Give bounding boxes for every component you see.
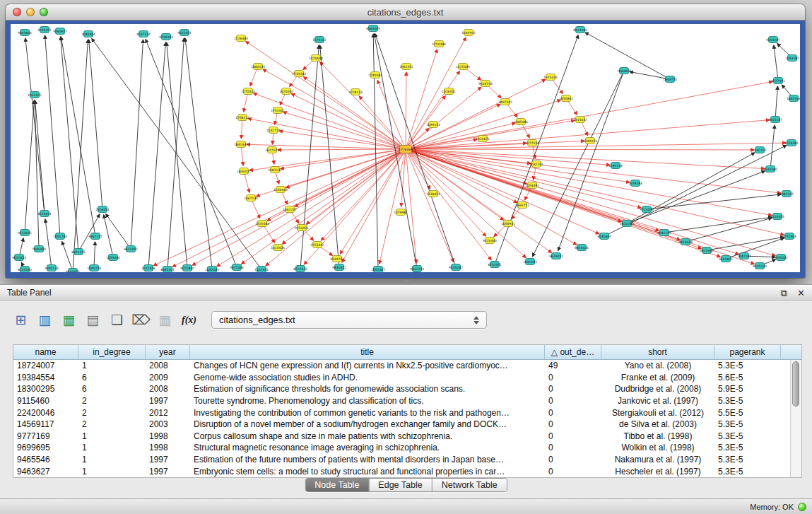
graph-edge[interactable] bbox=[664, 217, 772, 233]
graph-edge[interactable] bbox=[406, 71, 459, 149]
table-row[interactable]: 1938455462009Genome-wide association stu… bbox=[13, 372, 801, 384]
graph-node-label: 1573322 bbox=[312, 38, 326, 42]
graph-edge[interactable] bbox=[94, 242, 95, 268]
graph-edge[interactable] bbox=[340, 149, 406, 254]
column-header-out-de[interactable]: △ out_de… bbox=[545, 345, 601, 359]
graph-edge[interactable] bbox=[770, 125, 775, 169]
delete-table-icon[interactable]: ⌦ bbox=[131, 310, 151, 329]
graph-edge[interactable] bbox=[774, 45, 778, 81]
graph-edge[interactable] bbox=[775, 86, 777, 119]
graph-edge[interactable] bbox=[304, 77, 406, 149]
graph-node-label: 1099133 bbox=[426, 123, 440, 127]
show-columns-icon[interactable]: ▥ bbox=[35, 310, 54, 329]
table-cell: Investigating the contribution of common… bbox=[190, 408, 545, 418]
new-table-icon[interactable]: ❏ bbox=[107, 310, 126, 329]
graph-edge[interactable] bbox=[45, 35, 60, 236]
graph-node-label: 9277441 bbox=[771, 79, 785, 83]
table-row[interactable]: 1872400712008Changes of HCN gene express… bbox=[13, 360, 801, 372]
graph-edge[interactable] bbox=[627, 171, 765, 223]
memory-status-icon[interactable] bbox=[798, 503, 806, 511]
graph-edge[interactable] bbox=[217, 149, 406, 267]
graph-node-label: 1462217 bbox=[283, 208, 297, 211]
graph-edge[interactable] bbox=[406, 87, 481, 149]
graph-edge[interactable] bbox=[375, 34, 456, 267]
table-row[interactable]: 2242004622012Investigating the contribut… bbox=[13, 407, 801, 419]
table-row[interactable]: 1456911722003Disruption of a novel membe… bbox=[13, 419, 801, 431]
table-panel-title: Table Panel bbox=[7, 288, 771, 298]
table-row[interactable]: 946362711997Embryonic stem cells: a mode… bbox=[13, 465, 801, 477]
graph-edge[interactable] bbox=[89, 40, 102, 209]
graph-edge[interactable] bbox=[406, 149, 775, 256]
graph-edge[interactable] bbox=[300, 45, 319, 269]
graph-edge[interactable] bbox=[627, 153, 755, 223]
graph-edge[interactable] bbox=[406, 149, 720, 257]
minimize-window-button[interactable] bbox=[26, 8, 35, 16]
table-row[interactable]: 911546021997Tourette syndrome. Phenomeno… bbox=[13, 395, 801, 407]
graph-node-label: 8523641 bbox=[37, 212, 52, 216]
column-header-year[interactable]: year bbox=[146, 345, 190, 359]
graph-edge[interactable] bbox=[406, 149, 416, 263]
function-builder-icon[interactable]: f(x) bbox=[180, 310, 199, 329]
graph-node-label: 9011823 bbox=[12, 256, 26, 259]
graph-edge[interactable] bbox=[104, 215, 113, 257]
add-column-icon[interactable]: ▦ bbox=[59, 310, 78, 329]
graph-edge[interactable] bbox=[373, 34, 378, 269]
close-panel-icon[interactable]: ✕ bbox=[797, 288, 805, 298]
network-canvas[interactable]: 9063604925435197609271040384955731497360… bbox=[11, 24, 800, 272]
table-panel-header-icons: ⧉✕ bbox=[771, 286, 805, 299]
table-row[interactable]: 1830029562008Estimation of significance … bbox=[13, 383, 801, 395]
close-window-button[interactable] bbox=[13, 8, 21, 16]
graph-edge[interactable] bbox=[377, 80, 406, 149]
scrollbar-thumb[interactable] bbox=[792, 361, 799, 407]
network-table-selector[interactable]: citations_edges.txt bbox=[211, 311, 487, 329]
graph-edge[interactable] bbox=[406, 149, 526, 258]
column-header-in-degree[interactable]: in_degree bbox=[78, 345, 146, 359]
graph-edge[interactable] bbox=[62, 242, 73, 271]
graph-edge[interactable] bbox=[192, 149, 406, 265]
table-vertical-scrollbar[interactable] bbox=[790, 360, 801, 477]
graph-edge[interactable] bbox=[73, 40, 88, 271]
column-header-pagerank[interactable]: pagerank bbox=[714, 345, 781, 359]
table-row[interactable]: 946554611997Estimation of the future num… bbox=[13, 454, 801, 466]
graph-edge[interactable] bbox=[401, 149, 406, 206]
table-cell: Estimation of significance thresholds fo… bbox=[190, 384, 545, 394]
graph-edge[interactable] bbox=[146, 39, 237, 267]
graph-edge[interactable] bbox=[45, 219, 52, 268]
graph-node-label: 9623411 bbox=[549, 255, 563, 258]
graph-edge[interactable] bbox=[61, 37, 95, 236]
zoom-window-button[interactable] bbox=[40, 8, 48, 16]
graph-edge[interactable] bbox=[61, 37, 78, 252]
graph-edge[interactable] bbox=[278, 149, 406, 150]
graph-node-label: 1053185 bbox=[785, 57, 799, 60]
graph-node-label: 9662117 bbox=[88, 235, 102, 238]
column-header-title[interactable]: title bbox=[190, 345, 545, 359]
table-row[interactable]: 969969511998Structural magnetic resonanc… bbox=[13, 442, 801, 454]
graph-edge[interactable] bbox=[242, 149, 406, 264]
tab-node-table[interactable]: Node Table bbox=[305, 479, 369, 491]
graph-edge[interactable] bbox=[148, 42, 165, 268]
graph-edge[interactable] bbox=[406, 72, 406, 149]
import-table-icon[interactable]: ▦ bbox=[155, 310, 175, 329]
table-cell: 5.3E-5 bbox=[714, 467, 781, 477]
graph-edge[interactable] bbox=[406, 149, 754, 150]
graph-node-label: 9331822 bbox=[332, 266, 346, 269]
graph-edge[interactable] bbox=[131, 40, 143, 249]
graph-edge[interactable] bbox=[167, 38, 184, 269]
graph-edge[interactable] bbox=[185, 38, 212, 269]
table-row[interactable]: 977716911998Corpus callosum shape and si… bbox=[13, 431, 801, 443]
graph-edge[interactable] bbox=[254, 93, 406, 149]
float-panel-icon[interactable]: ⧉ bbox=[781, 288, 787, 298]
window-titlebar[interactable]: citations_edges.txt bbox=[6, 4, 805, 21]
column-header-name[interactable]: name bbox=[13, 345, 78, 359]
tab-network-table[interactable]: Network Table bbox=[433, 479, 507, 491]
column-header-short[interactable]: short bbox=[601, 345, 714, 359]
graph-edge[interactable] bbox=[406, 149, 784, 235]
table-header-row: namein_degreeyeartitle△ out_de…shortpage… bbox=[13, 345, 801, 360]
row-options-icon[interactable]: ▤ bbox=[83, 310, 102, 329]
graph-edge[interactable] bbox=[106, 214, 131, 249]
table-mode-icon[interactable]: ⊞ bbox=[11, 310, 30, 329]
graph-edge[interactable] bbox=[25, 100, 34, 233]
tab-edge-table[interactable]: Edge Table bbox=[369, 479, 432, 491]
graph-edge[interactable] bbox=[686, 218, 772, 242]
graph-edge[interactable] bbox=[92, 38, 261, 269]
